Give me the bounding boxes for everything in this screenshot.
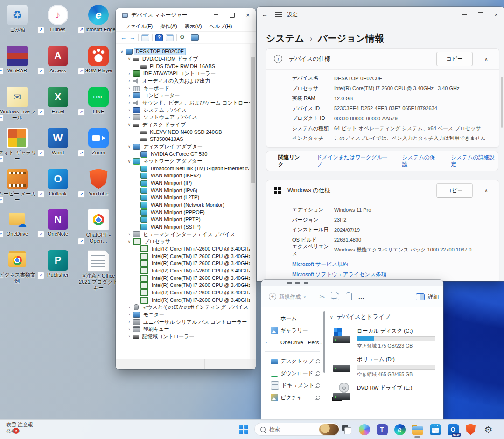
copy-button[interactable]: コピー xyxy=(436,52,473,66)
license-link[interactable]: Microsoft ソフトウェアライセンス条項 xyxy=(292,271,499,278)
expander-icon[interactable]: ∨ xyxy=(126,144,133,149)
close-button[interactable]: × xyxy=(240,8,256,21)
menu-item[interactable]: 表示(V) xyxy=(181,23,206,30)
tree-item[interactable]: ∨ DVD/CD-ROM ドライブ xyxy=(116,56,256,63)
tree-item[interactable]: › キーボード xyxy=(116,84,256,92)
expander-icon[interactable]: › xyxy=(126,100,133,105)
tree-item[interactable]: KLEVV NEO N400 SSD 240GB xyxy=(116,128,256,136)
hamburger-menu-icon[interactable] xyxy=(275,12,282,17)
expander-icon[interactable]: › xyxy=(126,305,133,310)
sidebar-item[interactable]: › OneDrive - Pers… xyxy=(261,336,324,348)
related-link[interactable]: システムの保護 xyxy=(402,154,439,168)
chevron-icon[interactable]: › xyxy=(264,340,268,345)
chevron-up-icon[interactable]: ∧ xyxy=(479,188,493,193)
expander-icon[interactable]: ∨ xyxy=(126,56,133,61)
tree-item[interactable]: › サウンド、ビデオ、およびゲーム コントローラー xyxy=(116,99,256,107)
desktop-icon[interactable]: ↗ GOM Player xyxy=(79,46,118,74)
expander-icon[interactable]: ∨ xyxy=(126,159,133,164)
license-link[interactable]: Microsoft サービス規約 xyxy=(292,261,499,268)
maximize-button[interactable] xyxy=(224,8,240,21)
tree-item[interactable]: › 記憶域コントローラー xyxy=(116,333,256,341)
desktop-icon[interactable]: ↗ ChatGPT - Open… xyxy=(79,209,118,244)
weather-widget[interactable]: 2 吹雪 注意報 発令中 xyxy=(3,422,33,434)
sidebar-item[interactable]: デスクトップ xyxy=(261,355,324,367)
desktop-icon[interactable]: A ↗ Access xyxy=(38,46,77,74)
scrollbar[interactable] xyxy=(250,44,256,359)
new-item-button[interactable]: + 新規作成 ∨ xyxy=(269,293,306,300)
expander-icon[interactable]: ∨ xyxy=(126,239,133,244)
taskbar-app-button[interactable] xyxy=(412,424,423,435)
tree-item[interactable]: Intel(R) Core(TM) i7-2600 CPU @ 3.40GHz xyxy=(116,289,256,297)
tree-item[interactable]: › コンピューター xyxy=(116,92,256,99)
tree-item[interactable]: WAN Miniport (PPTP) xyxy=(116,216,256,223)
copy-button[interactable]: コピー xyxy=(436,183,473,198)
help-icon[interactable]: ? xyxy=(155,34,163,41)
tree-item[interactable]: ∨ ディスプレイ アダプター xyxy=(116,143,256,151)
tree-item[interactable]: WAN Miniport (IKEv2) xyxy=(116,172,256,180)
expander-icon[interactable]: › xyxy=(126,108,133,112)
desktop-icon[interactable]: ↗ ムービー メーカー xyxy=(0,169,37,203)
tree-item[interactable]: › オーディオの入力および出力 xyxy=(116,77,256,85)
taskbar-app-button[interactable] xyxy=(483,424,494,435)
desktop-icon[interactable]: ↗ フォト ギャラリー xyxy=(0,128,37,162)
minimize-button[interactable] xyxy=(208,8,224,21)
expander-icon[interactable]: › xyxy=(126,78,133,83)
tree-item[interactable]: › ユニバーサル シリアル バス コントローラー xyxy=(116,318,256,326)
desktop-icon[interactable]: ↗ WinRAR xyxy=(0,46,37,74)
tree-item[interactable]: Intel(R) Core(TM) i7-2600 CPU @ 3.40GHz xyxy=(116,296,256,304)
sidebar-item[interactable]: ドキュメント xyxy=(261,379,324,391)
details-toggle[interactable]: 詳細 xyxy=(416,293,439,300)
drive-item[interactable]: ローカル ディスク (C:) 空き領域 175 GB/223 GB xyxy=(333,328,443,349)
taskbar-app-button[interactable] xyxy=(394,424,406,435)
tree-item[interactable]: Intel(R) Core(TM) i7-2600 CPU @ 3.40GHz xyxy=(116,282,256,289)
drive-item[interactable]: ボリューム (D:) 空き領域 465 GB/465 GB xyxy=(333,356,443,378)
menu-item[interactable]: ファイル(F) xyxy=(121,23,156,30)
taskbar-search[interactable]: 検索 xyxy=(254,423,340,436)
expander-icon[interactable]: › xyxy=(126,115,133,120)
expander-icon[interactable]: › xyxy=(126,320,133,324)
desktop-icon[interactable]: e ↗ Microsoft Edge xyxy=(79,5,118,33)
taskbar-app-button[interactable]: NEW xyxy=(447,424,459,435)
expander-icon[interactable]: › xyxy=(126,312,133,317)
drive-item[interactable]: DVD DVD RW ドライブ (E:) xyxy=(333,384,443,401)
back-icon[interactable]: ← xyxy=(120,35,126,41)
taskbar-app-button[interactable] xyxy=(341,424,352,435)
desktop-icon[interactable]: ↗ Zoom xyxy=(79,128,118,156)
tree-item[interactable]: Intel(R) Core(TM) i7-2600 CPU @ 3.40GHz xyxy=(116,267,256,275)
back-icon[interactable]: ← xyxy=(257,11,273,18)
taskbar-app-button[interactable] xyxy=(465,424,476,435)
desktop-icon[interactable]: ↗ YouTube xyxy=(79,169,118,197)
sidebar-item[interactable]: ダウンロード xyxy=(261,367,324,379)
desktop-icon[interactable]: ↗ ※注意とOffice 2021 プロダクトキー xyxy=(79,250,118,291)
desktop-icon[interactable]: ♻ ↗ ごみ箱 xyxy=(0,5,37,33)
tree-item[interactable]: NVIDIA GeForce GT 530 xyxy=(116,150,256,158)
drives-group-header[interactable]: ∨ デバイスとドライブ xyxy=(330,313,443,321)
desktop-icon[interactable]: W ↗ Word xyxy=(38,128,77,156)
close-button[interactable]: × xyxy=(488,7,504,22)
tree-item[interactable]: PLDS DVD+-RW DH-16ABS xyxy=(116,63,256,70)
tree-item[interactable]: › モニター xyxy=(116,311,256,319)
desktop-icon[interactable]: ✉ ↗ Windows Live メール xyxy=(0,87,37,121)
desktop-icon[interactable]: ↗ OneDrive xyxy=(0,209,37,237)
expander-icon[interactable]: › xyxy=(126,71,133,76)
tree-item[interactable]: WAN Miniport (IP) xyxy=(116,180,256,187)
sidebar-item[interactable]: ホーム xyxy=(261,312,324,324)
expander-icon[interactable]: › xyxy=(126,327,133,332)
tree-item[interactable]: ∨ プロセッサ xyxy=(116,238,256,245)
tree-item[interactable]: Intel(R) Core(TM) i7-2600 CPU @ 3.40GHz xyxy=(116,252,256,260)
more-options-icon[interactable]: … xyxy=(358,293,409,300)
tree-item[interactable]: WAN Miniport (Network Monitor) xyxy=(116,202,256,209)
related-link[interactable]: システムの詳細設定 xyxy=(451,154,498,168)
desktop-icon[interactable]: X ↗ Excel xyxy=(38,87,77,115)
tree-item[interactable]: Broadcom NetLink (TM) Gigabit Ethernet #… xyxy=(116,165,256,173)
tree-item[interactable]: WAN Miniport (IPv6) xyxy=(116,187,256,194)
expander-icon[interactable]: › xyxy=(126,93,133,98)
desktop-icon[interactable]: LINE ↗ LINE xyxy=(79,87,118,115)
desktop-icon[interactable]: ♪ ↗ iTunes xyxy=(38,5,77,33)
forward-icon[interactable]: → xyxy=(129,35,135,41)
taskbar-app-button[interactable] xyxy=(429,424,441,435)
tree-item[interactable]: ST3500413AS xyxy=(116,136,256,143)
tree-item[interactable]: ∨ ディスク ドライブ xyxy=(116,121,256,129)
breadcrumb-system[interactable]: システム xyxy=(266,32,304,45)
remote-computer-icon[interactable] xyxy=(191,34,199,41)
